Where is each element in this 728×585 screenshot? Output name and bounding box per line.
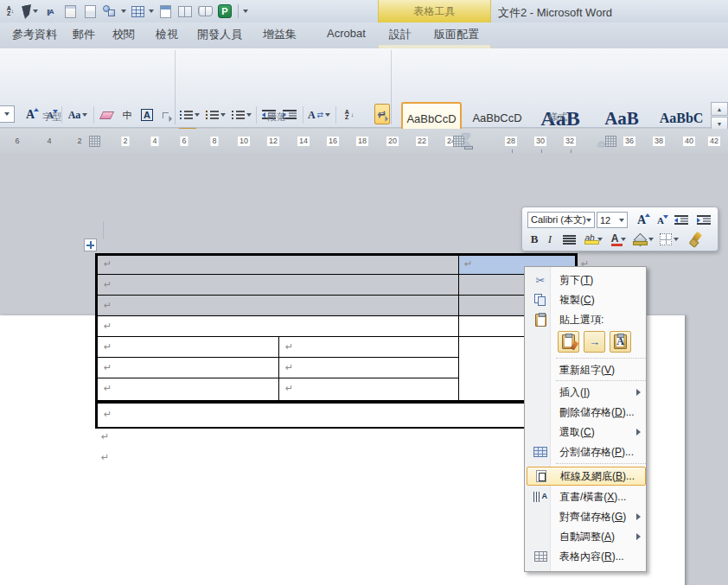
tab-references[interactable]: 參考資料: [12, 27, 57, 42]
ruler-number: 20: [386, 137, 399, 146]
paste-keep-source-button[interactable]: [558, 331, 579, 353]
tab-addins[interactable]: 增益集: [263, 27, 297, 42]
mini-decrease-indent-button[interactable]: [671, 212, 692, 229]
book-icon[interactable]: [196, 3, 214, 20]
menu-item-align-cells[interactable]: 對齊儲存格(G): [527, 507, 646, 526]
ruler-number: 2: [75, 137, 83, 146]
left-indent-marker[interactable]: [464, 146, 473, 149]
table-move-handle[interactable]: [84, 238, 97, 251]
table-column-line[interactable]: [458, 256, 459, 400]
tab-table-design[interactable]: 設計: [389, 27, 412, 42]
table-column-line[interactable]: [278, 336, 279, 400]
menu-item-copy[interactable]: 複製(C): [527, 290, 646, 309]
table-row-line[interactable]: [98, 336, 575, 337]
column-guide-line: [103, 221, 104, 239]
shapes-icon[interactable]: [101, 3, 118, 20]
ruler-number: 18: [356, 137, 368, 146]
document-icon[interactable]: [61, 3, 79, 20]
menu-item-table-properties[interactable]: 表格內容(R)...: [527, 547, 646, 566]
menu-item-borders-shading[interactable]: 框線及網底(B)...: [527, 467, 646, 486]
table-dropdown-icon[interactable]: [149, 10, 154, 13]
mini-center-button[interactable]: [560, 231, 578, 248]
paragraph-group-label: 段落: [246, 111, 307, 124]
qat-more-icon[interactable]: [243, 10, 248, 13]
quick-access-toolbar: AZ↓ ||A P: [2, 2, 248, 21]
tab-acrobat[interactable]: Acrobat: [327, 27, 366, 40]
cell-paragraph-mark: ↵: [104, 301, 112, 310]
menu-item-delete-cells[interactable]: 刪除儲存格(D)...: [527, 403, 646, 422]
chevron-down-icon[interactable]: [586, 219, 591, 222]
mini-borders-button[interactable]: [657, 231, 681, 248]
table-border-bottom[interactable]: [95, 427, 578, 429]
mini-bold-button[interactable]: B: [527, 231, 541, 248]
powerpoint-badge-icon[interactable]: P: [216, 3, 233, 20]
menu-item-rephrase[interactable]: 重新組字(V): [527, 360, 646, 379]
phonetic-guide-button[interactable]: 中: [118, 105, 137, 124]
shapes-dropdown-icon[interactable]: [121, 10, 126, 13]
page-margin-icon[interactable]: [156, 3, 174, 20]
mini-toolbar: Calibri (本文) 12 A A B I ab A: [521, 207, 718, 251]
menu-item-insert[interactable]: 插入(I): [527, 383, 646, 402]
table-column-marker-icon[interactable]: [89, 136, 100, 147]
ruler-number: 10: [238, 137, 250, 146]
sort-icon[interactable]: AZ↓: [2, 3, 19, 20]
ruler-number: 42: [708, 137, 720, 146]
mini-shading-button[interactable]: [631, 231, 655, 248]
tab-mailings[interactable]: 郵件: [73, 27, 95, 42]
mini-italic-button[interactable]: I: [543, 231, 557, 248]
clear-formatting-button[interactable]: [97, 105, 116, 124]
table-column-marker-icon[interactable]: [605, 136, 616, 147]
table-border-thick-row[interactable]: [95, 400, 578, 404]
font-size-combo[interactable]: [0, 105, 15, 123]
mini-grow-font-button[interactable]: A: [632, 212, 651, 229]
bullets-button[interactable]: [178, 105, 201, 124]
paste-icon: [532, 312, 549, 327]
right-indent-marker[interactable]: [597, 142, 606, 146]
menu-item-autofit[interactable]: 自動調整(A): [527, 527, 646, 546]
line-spacing-icon[interactable]: ||A: [42, 3, 59, 20]
font-group-label: 字型: [22, 111, 82, 124]
paragraph-dialog-launcher[interactable]: [377, 111, 388, 122]
cut-icon: ✂: [532, 272, 549, 288]
mini-increase-indent-button[interactable]: [693, 212, 714, 229]
menu-item-split-cells[interactable]: 分割儲存格(P)...: [527, 442, 646, 461]
mini-format-painter-button[interactable]: [685, 231, 706, 248]
mini-highlight-button[interactable]: ab: [581, 231, 605, 248]
ruler-number: 8: [210, 137, 218, 146]
cell-paragraph-mark: ↵: [104, 259, 112, 269]
tab-view[interactable]: 檢視: [156, 27, 178, 42]
mini-shrink-font-button[interactable]: A: [652, 212, 669, 229]
font-dialog-launcher[interactable]: [161, 111, 172, 122]
tab-review[interactable]: 校閱: [112, 27, 135, 42]
table-icon[interactable]: [129, 3, 146, 20]
menu-item-text-direction[interactable]: A 直書/橫書(X)...: [527, 487, 646, 506]
asian-layout-button[interactable]: A⇄: [306, 105, 332, 124]
mini-font-name-combo[interactable]: Calibri (本文): [527, 212, 595, 228]
mini-font-size-combo[interactable]: 12: [597, 212, 628, 228]
submenu-arrow-icon: [636, 389, 641, 396]
styles-scroll-up[interactable]: ▲: [711, 102, 728, 116]
numbering-button[interactable]: [204, 105, 227, 124]
document-lines-icon[interactable]: [81, 3, 99, 20]
sort-button[interactable]: AZ↓: [339, 105, 360, 124]
first-line-indent-marker[interactable]: [462, 134, 470, 140]
table-row-line[interactable]: [98, 315, 575, 316]
select-cursor-icon[interactable]: [22, 3, 39, 20]
cell-paragraph-mark: ↵: [285, 342, 293, 352]
table-row-line[interactable]: [98, 295, 575, 296]
table-row-line[interactable]: [98, 274, 575, 275]
menu-item-select[interactable]: 選取(C): [527, 423, 646, 442]
submenu-arrow-icon: [636, 429, 641, 436]
paste-text-only-button[interactable]: A: [610, 331, 631, 353]
mini-font-color-button[interactable]: A: [607, 231, 629, 248]
split-window-icon[interactable]: [176, 3, 194, 20]
submenu-arrow-icon: [636, 513, 641, 520]
ruler-number: 2: [121, 137, 129, 146]
tab-developer[interactable]: 開發人員: [197, 27, 242, 42]
menu-item-cut[interactable]: ✂ 剪下(T): [527, 270, 646, 289]
character-border-button[interactable]: A: [138, 105, 156, 124]
paste-merge-formatting-button[interactable]: →: [584, 331, 605, 353]
letter-a-icon: A: [616, 335, 624, 348]
chevron-down-icon[interactable]: [619, 219, 624, 222]
tab-table-layout[interactable]: 版面配置: [434, 27, 479, 42]
